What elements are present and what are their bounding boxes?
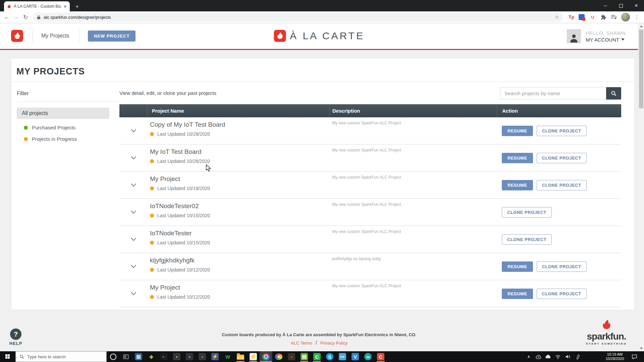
app-camtasia-icon[interactable]: C — [311, 351, 323, 362]
app-chrome-icon[interactable] — [260, 351, 272, 362]
password-extension-icon[interactable] — [579, 14, 585, 20]
window-maximize-button[interactable] — [613, 0, 629, 11]
status-dot — [150, 268, 154, 272]
volume-icon[interactable] — [563, 351, 573, 362]
search-input[interactable] — [500, 87, 606, 100]
filter-item[interactable]: Purchased Projects — [24, 125, 119, 130]
sparkfun-flame-logo[interactable] — [11, 30, 23, 42]
app-icon-3[interactable]: ▪ — [196, 351, 209, 362]
app-camtasia-recorder-icon[interactable]: C — [374, 351, 387, 362]
window-minimize-button[interactable] — [598, 0, 613, 11]
scrollbar-down-arrow[interactable] — [638, 346, 644, 351]
filter-item[interactable]: Projects in Progress — [24, 136, 119, 142]
app-logger-icon[interactable]: ▤ — [298, 351, 311, 362]
my-account-menu[interactable]: MY ACCOUNT — [586, 37, 626, 43]
new-tab-button[interactable]: + — [73, 3, 81, 11]
project-name-link[interactable]: My IoT Test Board — [150, 148, 329, 156]
cortana-button[interactable] — [107, 351, 119, 362]
browser-menu-icon[interactable]: ⋮ — [634, 14, 639, 20]
clone-project-button[interactable]: CLONE PROJECT — [502, 234, 552, 245]
account-widget[interactable]: HELLO, SHAWN MY ACCOUNT — [567, 29, 626, 43]
row-expand-button[interactable] — [119, 253, 147, 280]
resume-button[interactable]: RESUME — [502, 153, 533, 163]
scrollbar-thumb[interactable] — [639, 29, 643, 108]
clone-project-button[interactable]: CLONE PROJECT — [537, 261, 587, 272]
project-name-link[interactable]: IoTNodeTester — [150, 230, 329, 237]
wifi-icon[interactable] — [553, 351, 563, 362]
new-project-button[interactable]: NEW PROJECT — [88, 31, 136, 42]
app-paint-icon[interactable] — [272, 351, 285, 362]
taskbar-clock[interactable]: 10:19 AM 10/28/2020 — [602, 352, 628, 361]
scrollbar-up-arrow[interactable] — [638, 23, 644, 29]
app-putty-icon[interactable]: ⚡ — [209, 351, 221, 362]
browser-profile-avatar[interactable] — [621, 13, 630, 21]
project-name-link[interactable]: My Project — [150, 175, 329, 183]
extensions-puzzle-icon[interactable] — [601, 14, 606, 20]
clone-project-button[interactable]: CLONE PROJECT — [537, 289, 587, 299]
person-icon — [569, 33, 579, 43]
pen-icon[interactable] — [573, 351, 582, 362]
app-winamp-icon[interactable]: ⚡ — [247, 351, 260, 362]
playlist-icon[interactable] — [611, 15, 617, 19]
privacy-policy-link[interactable]: Privacy Policy — [320, 341, 347, 346]
window-close-button[interactable]: × — [629, 0, 644, 11]
app-skype-icon[interactable]: S — [323, 351, 336, 362]
clone-project-button[interactable]: CLONE PROJECT — [502, 207, 552, 218]
bookmark-star-icon[interactable]: ☆ — [554, 14, 559, 20]
project-name-link[interactable]: IoTNodeTester02 — [150, 202, 329, 210]
table-row: IoTNodeTester02 Last Updated 10/15/2020 … — [119, 199, 621, 226]
windows-taskbar: Type here to search ▦ ◈ >_ ▪ ▪ ▪ ⚡ W ⚡ ▫ — [0, 351, 644, 362]
search-button[interactable] — [606, 87, 621, 100]
app-media-tool-icon[interactable]: ▫ — [285, 351, 298, 362]
nav-my-projects[interactable]: My Projects — [41, 33, 69, 39]
project-name-link[interactable]: kljyfgjkhdkyhgfk — [150, 257, 329, 264]
expand-column-header — [119, 104, 147, 117]
project-name-link[interactable]: My Project — [150, 284, 329, 291]
row-expand-button[interactable] — [119, 117, 147, 144]
app-w-icon[interactable]: W — [221, 351, 234, 362]
resume-button[interactable]: RESUME — [502, 289, 533, 299]
task-view-button[interactable] — [119, 351, 132, 362]
app-icon-1[interactable]: ▪ — [170, 351, 183, 362]
alc-terms-link[interactable]: ALC Terms — [291, 341, 312, 346]
resume-button[interactable]: RESUME — [502, 180, 533, 190]
row-expand-button[interactable] — [119, 226, 147, 253]
taskbar-search[interactable]: Type here to search — [15, 351, 107, 362]
back-button[interactable]: ← — [2, 14, 11, 20]
onedrive-icon[interactable] — [543, 351, 553, 362]
app-design-tool-icon[interactable]: ◈ — [145, 351, 158, 362]
tp-extension-icon[interactable]: Tp — [569, 14, 574, 20]
row-expand-button[interactable] — [119, 280, 147, 307]
app-calculator-icon[interactable]: ▦ — [132, 351, 145, 362]
backup-cloud-icon[interactable] — [534, 351, 543, 362]
app-file-explorer-icon[interactable] — [234, 351, 247, 362]
forward-button[interactable]: → — [11, 14, 21, 20]
app-vscode-icon[interactable]: V — [349, 351, 362, 362]
app-icon-2[interactable]: ▪ — [183, 351, 196, 362]
app-arduino-icon[interactable]: ∞ — [362, 351, 374, 362]
resume-button[interactable]: RESUME — [502, 261, 533, 272]
brand-logo: À LA CARTE — [274, 30, 365, 42]
app-terminal-icon[interactable]: >_ — [158, 351, 170, 362]
app-ide-icon[interactable]: IDE — [336, 351, 349, 362]
browser-tab[interactable]: À LA CARTE - Custom Board Crea ✕ — [4, 1, 70, 11]
resume-button[interactable]: RESUME — [502, 126, 533, 136]
clone-project-button[interactable]: CLONE PROJECT — [537, 153, 587, 163]
u-extension-icon[interactable]: U — [589, 13, 596, 21]
tray-chevron-button[interactable]: ∧ — [524, 351, 534, 362]
row-expand-button[interactable] — [119, 199, 147, 226]
clone-project-button[interactable]: CLONE PROJECT — [537, 126, 587, 136]
row-expand-button[interactable] — [119, 144, 147, 171]
clone-project-button[interactable]: CLONE PROJECT — [537, 180, 587, 190]
refresh-button[interactable]: ↻ — [21, 14, 30, 21]
tab-close-icon[interactable]: ✕ — [63, 4, 67, 9]
project-name-link[interactable]: Copy of My IoT Test Board — [150, 121, 329, 128]
action-center-button[interactable] — [628, 351, 641, 362]
start-button[interactable] — [0, 351, 15, 362]
page-scrollbar[interactable] — [638, 23, 644, 351]
avatar — [567, 29, 581, 43]
address-bar[interactable]: alc.sparkfun.com/designer/projects ☆ — [33, 13, 563, 22]
browser-toolbar: ← → ↻ alc.sparkfun.com/designer/projects… — [0, 11, 644, 23]
filter-item[interactable]: All projects — [17, 108, 109, 119]
row-expand-button[interactable] — [119, 172, 147, 198]
